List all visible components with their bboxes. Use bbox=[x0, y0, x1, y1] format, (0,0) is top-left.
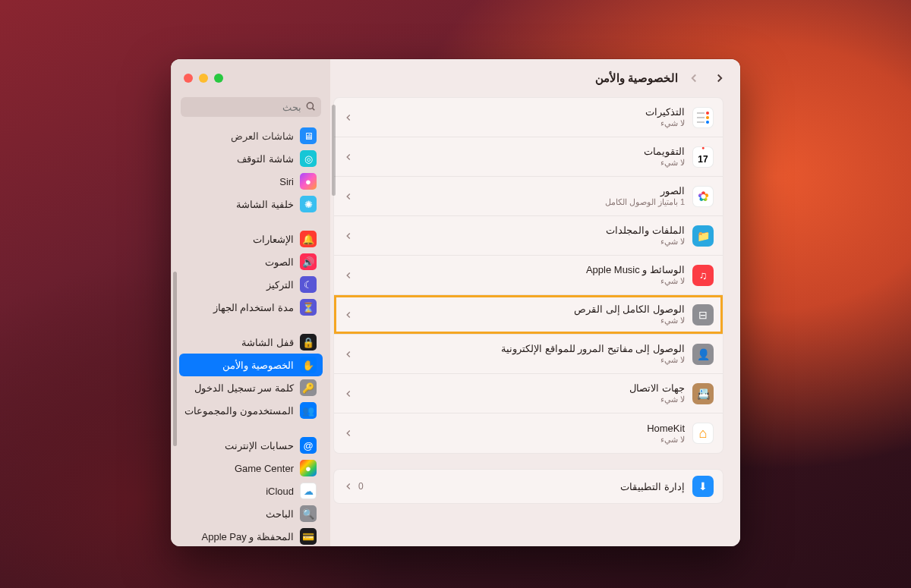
photos-icon: ✿ bbox=[692, 186, 714, 207]
sidebar-item-wallet[interactable]: 💳المحفظة و Apple Pay bbox=[179, 525, 323, 546]
settings-window: 🖥 شاشات العرض ◎شاشة التوقف●Siri✺خلفية ال… bbox=[171, 59, 740, 546]
row-title: إدارة التطبيقات bbox=[371, 481, 685, 492]
passkey-icon: 👤 bbox=[692, 344, 714, 365]
lock-icon: 🔒 bbox=[300, 334, 317, 351]
chevron-left-icon bbox=[343, 191, 354, 202]
row-subtitle: لا شيء bbox=[361, 435, 685, 445]
minimize-button[interactable] bbox=[199, 74, 208, 83]
at-icon: @ bbox=[300, 437, 317, 454]
row-subtitle: لا شيء bbox=[361, 355, 685, 365]
privacy-row-contacts[interactable]: 📇جهات الاتصاللا شيء bbox=[334, 374, 723, 413]
sidebar-item-label: شاشات العرض bbox=[185, 130, 294, 142]
sidebar-item-moon[interactable]: ☾التركيز bbox=[179, 273, 323, 296]
row-subtitle: لا شيء bbox=[361, 158, 685, 168]
back-button[interactable] bbox=[687, 71, 701, 85]
sidebar-item-wallpaper[interactable]: ✺خلفية الشاشة bbox=[179, 193, 323, 215]
sidebar-item-label: خلفية الشاشة bbox=[185, 199, 294, 210]
sound-icon: 🔊 bbox=[300, 253, 317, 270]
disk-icon: ⊟ bbox=[692, 304, 714, 325]
sidebar-item-key[interactable]: 🔑كلمة سر تسجيل الدخول bbox=[179, 376, 323, 399]
wallpaper-icon: ✺ bbox=[300, 196, 317, 212]
nav-arrows bbox=[687, 71, 727, 85]
chevron-left-icon bbox=[343, 481, 354, 492]
sidebar-item-hand[interactable]: ✋الخصوصية والأمن bbox=[179, 354, 323, 376]
sidebar-item-bell[interactable]: 🔔الإشعارات bbox=[179, 228, 323, 250]
sidebar-item-label: iCloud bbox=[185, 486, 294, 497]
moon-icon: ☾ bbox=[300, 276, 317, 293]
sidebar-item-label: شاشة التوقف bbox=[185, 153, 294, 165]
sidebar-item-spotlight[interactable]: 🔍الباحث bbox=[179, 502, 323, 525]
sidebar-scrollbar[interactable] bbox=[173, 272, 177, 446]
page-title: الخصوصية والأمن bbox=[595, 71, 678, 85]
privacy-row-calendar[interactable]: ●17التقويماتلا شيء bbox=[334, 137, 723, 177]
row-subtitle: لا شيء bbox=[361, 118, 685, 128]
app-management-row[interactable]: ⬇إدارة التطبيقات0 bbox=[334, 470, 723, 503]
window-controls bbox=[184, 74, 223, 83]
users-icon: 👥 bbox=[300, 402, 317, 419]
screensaver-icon: ◎ bbox=[300, 150, 317, 167]
sidebar-item-label: الخصوصية والأمن bbox=[185, 360, 294, 371]
contacts-icon: 📇 bbox=[692, 383, 714, 404]
titlebar-main: الخصوصية والأمن bbox=[330, 59, 740, 97]
chevron-left-icon bbox=[343, 152, 354, 162]
privacy-row-home[interactable]: ⌂HomeKitلا شيء bbox=[334, 413, 723, 453]
sidebar-item-label: الصوت bbox=[185, 256, 294, 268]
sidebar-item-displays[interactable]: 🖥 شاشات العرض bbox=[179, 124, 323, 147]
svg-point-0 bbox=[307, 102, 313, 108]
row-title: الوصول الكامل إلى القرص bbox=[361, 303, 685, 315]
chevron-left-icon bbox=[343, 231, 354, 241]
sidebar-item-gamecenter[interactable]: ●Game Center bbox=[179, 457, 323, 480]
sidebar-item-label: Siri bbox=[185, 176, 294, 187]
chevron-left-icon bbox=[343, 112, 354, 123]
chevron-left-icon bbox=[343, 270, 354, 281]
row-title: التذكيرات bbox=[361, 106, 685, 118]
privacy-row-folder[interactable]: 📁الملفات والمجلداتلا شيء bbox=[334, 216, 723, 256]
calendar-icon: ●17 bbox=[692, 146, 714, 168]
sidebar-item-cloud[interactable]: ☁iCloud bbox=[179, 480, 323, 502]
bell-icon: 🔔 bbox=[300, 231, 317, 247]
row-title: جهات الاتصال bbox=[361, 382, 685, 394]
content-scroll: التذكيراتلا شيء●17التقويماتلا شيء✿الصور1… bbox=[330, 97, 740, 546]
sidebar-item-label: الإشعارات bbox=[185, 234, 294, 245]
search-input[interactable] bbox=[181, 97, 321, 117]
hourglass-icon: ⏳ bbox=[300, 299, 317, 316]
wallet-icon: 💳 bbox=[300, 528, 317, 545]
sidebar-item-label: مدة استخدام الجهاز bbox=[185, 302, 294, 313]
sidebar-item-lock[interactable]: 🔒قفل الشاشة bbox=[179, 331, 323, 354]
sidebar-item-hourglass[interactable]: ⏳مدة استخدام الجهاز bbox=[179, 296, 323, 319]
privacy-row-photos[interactable]: ✿الصور1 بامتياز الوصول الكامل bbox=[334, 177, 723, 216]
sidebar-item-users[interactable]: 👥المستخدمون والمجموعات bbox=[179, 399, 323, 422]
key-icon: 🔑 bbox=[300, 379, 317, 396]
privacy-row-disk[interactable]: ⊟الوصول الكامل إلى القرصلا شيء bbox=[334, 295, 723, 335]
row-title: التقويمات bbox=[361, 146, 685, 157]
sidebar-item-label: التركيز bbox=[185, 279, 294, 291]
display-icon: 🖥 bbox=[300, 127, 317, 144]
appstore-icon: ⬇ bbox=[692, 476, 714, 497]
chevron-left-icon bbox=[343, 388, 354, 399]
row-title: HomeKit bbox=[361, 423, 685, 434]
reminders-icon bbox=[692, 107, 714, 128]
sidebar-item-label: كلمة سر تسجيل الدخول bbox=[185, 382, 294, 394]
row-title: الوصول إلى مفاتيح المرور للمواقع الإلكتر… bbox=[361, 343, 685, 354]
main-content: الخصوصية والأمن التذكيراتلا شيء●17التقوي… bbox=[330, 59, 740, 546]
chevron-left-icon bbox=[343, 428, 354, 439]
hand-icon: ✋ bbox=[300, 357, 317, 373]
row-subtitle: لا شيء bbox=[361, 316, 685, 325]
sidebar-item-label: حسابات الإنترنت bbox=[185, 440, 294, 451]
forward-button[interactable] bbox=[713, 71, 727, 85]
sidebar-item-screensaver[interactable]: ◎شاشة التوقف bbox=[179, 147, 323, 170]
sidebar-item-at[interactable]: @حسابات الإنترنت bbox=[179, 434, 323, 457]
search-icon bbox=[305, 101, 316, 112]
sidebar-item-siri[interactable]: ●Siri bbox=[179, 170, 323, 193]
row-title: الصور bbox=[361, 185, 685, 197]
privacy-row-reminders[interactable]: التذكيراتلا شيء bbox=[334, 98, 723, 137]
privacy-row-music[interactable]: ♫الوسائط و Apple Musicلا شيء bbox=[334, 256, 723, 295]
privacy-row-passkey[interactable]: 👤الوصول إلى مفاتيح المرور للمواقع الإلكت… bbox=[334, 335, 723, 374]
maximize-button[interactable] bbox=[214, 74, 223, 83]
sidebar-item-sound[interactable]: 🔊الصوت bbox=[179, 250, 323, 273]
sidebar-item-label: Game Center bbox=[185, 463, 294, 474]
chevron-left-icon bbox=[343, 349, 354, 360]
close-button[interactable] bbox=[184, 74, 193, 83]
folder-icon: 📁 bbox=[692, 225, 714, 247]
row-title: الوسائط و Apple Music bbox=[361, 264, 685, 275]
